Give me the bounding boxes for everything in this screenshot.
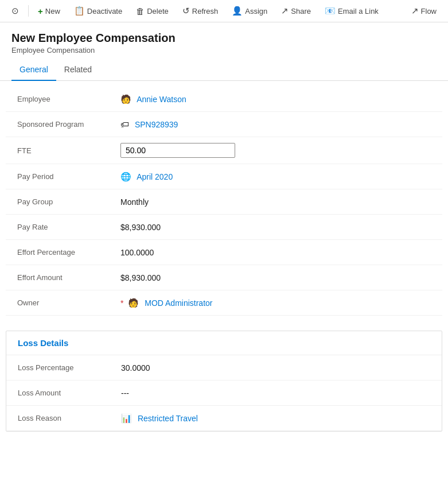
page-subtitle: Employee Compensation xyxy=(11,46,437,55)
flow-icon: ↗ xyxy=(411,6,419,16)
sponsored-program-link[interactable]: SPN928939 xyxy=(135,120,178,129)
pay-period-link[interactable]: April 2020 xyxy=(137,172,173,181)
field-row-pay-group: Pay Group Monthly xyxy=(6,189,442,215)
flow-button[interactable]: ↗ Flow xyxy=(406,3,442,18)
general-form: Employee 🧑 Annie Watson Sponsored Progra… xyxy=(6,81,442,321)
toolbar: ⊙ + New 📋 Deactivate 🗑 Delete ↺ Refresh … xyxy=(0,0,448,22)
field-row-sponsored-program: Sponsored Program 🏷 SPN928939 xyxy=(6,112,442,137)
employee-link[interactable]: Annie Watson xyxy=(137,95,186,104)
owner-person-icon: 🧑 xyxy=(128,298,139,308)
delete-label: Delete xyxy=(147,7,169,15)
loss-details-body: Loss Percentage 30.0000 Loss Amount --- … xyxy=(6,355,442,431)
sponsored-program-icon: 🏷 xyxy=(120,119,129,129)
assign-label: Assign xyxy=(245,7,267,15)
pay-period-label: Pay Period xyxy=(17,172,120,181)
owner-link[interactable]: MOD Administrator xyxy=(145,298,212,308)
field-row-effort-amount: Effort Amount $8,930.000 xyxy=(6,265,442,290)
owner-required-star: * xyxy=(120,298,123,308)
deactivate-button[interactable]: 📋 Deactivate xyxy=(68,3,128,18)
toolbar-separator-1 xyxy=(28,5,29,17)
field-row-pay-rate: Pay Rate $8,930.000 xyxy=(6,215,442,240)
page-title: New Employee Compensation xyxy=(11,32,437,45)
employee-label: Employee xyxy=(17,95,120,103)
new-button[interactable]: + New xyxy=(32,4,66,18)
sponsored-program-label: Sponsored Program xyxy=(17,120,120,129)
field-row-pay-period: Pay Period 🌐 April 2020 xyxy=(6,164,442,189)
new-label: New xyxy=(45,7,60,15)
flow-label: Flow xyxy=(421,7,437,15)
loss-details-section: Loss Details Loss Percentage 30.0000 Los… xyxy=(6,331,442,432)
loss-amount-label: Loss Amount xyxy=(18,389,121,397)
delete-icon: 🗑 xyxy=(136,6,145,16)
loss-reason-value: 📊 Restricted Travel xyxy=(121,413,430,424)
effort-percentage-label: Effort Percentage xyxy=(17,248,120,257)
loss-percentage-label: Loss Percentage xyxy=(18,363,121,372)
refresh-label: Refresh xyxy=(192,7,219,15)
effort-percentage-value: 100.0000 xyxy=(120,248,431,257)
deactivate-label: Deactivate xyxy=(87,7,122,15)
loss-details-header: Loss Details xyxy=(6,331,442,355)
email-icon: 📧 xyxy=(325,6,336,16)
loss-reason-label: Loss Reason xyxy=(18,414,121,422)
tab-general[interactable]: General xyxy=(11,59,56,81)
pay-period-value: 🌐 April 2020 xyxy=(120,172,431,182)
share-button[interactable]: ↗ Share xyxy=(275,3,317,18)
effort-amount-value: $8,930.000 xyxy=(120,273,431,282)
sponsored-program-value: 🏷 SPN928939 xyxy=(120,119,431,129)
back-button[interactable]: ⊙ xyxy=(6,3,25,18)
assign-button[interactable]: 👤 Assign xyxy=(226,3,273,18)
owner-value: * 🧑 MOD Administrator xyxy=(120,298,431,308)
tab-related[interactable]: Related xyxy=(56,59,100,81)
loss-reason-chart-icon: 📊 xyxy=(121,413,132,423)
fte-label: FTE xyxy=(17,146,120,155)
page-header: New Employee Compensation Employee Compe… xyxy=(0,22,448,59)
assign-icon: 👤 xyxy=(232,6,243,16)
field-row-employee: Employee 🧑 Annie Watson xyxy=(6,87,442,112)
field-row-loss-amount: Loss Amount --- xyxy=(6,381,442,406)
share-icon: ↗ xyxy=(281,6,289,16)
loss-reason-link[interactable]: Restricted Travel xyxy=(138,414,198,423)
field-row-fte: FTE xyxy=(6,137,442,164)
fte-input[interactable] xyxy=(120,143,235,158)
pay-group-label: Pay Group xyxy=(17,197,120,206)
tabs-container: General Related xyxy=(0,59,448,81)
loss-amount-value: --- xyxy=(121,389,430,398)
field-row-owner: Owner * 🧑 MOD Administrator xyxy=(6,290,442,316)
pay-rate-label: Pay Rate xyxy=(17,223,120,231)
back-icon: ⊙ xyxy=(11,6,19,16)
pay-rate-value: $8,930.000 xyxy=(120,223,431,232)
field-row-loss-percentage: Loss Percentage 30.0000 xyxy=(6,355,442,381)
employee-person-icon: 🧑 xyxy=(120,94,131,104)
fte-value xyxy=(120,143,431,158)
delete-button[interactable]: 🗑 Delete xyxy=(130,4,174,18)
effort-amount-label: Effort Amount xyxy=(17,273,120,282)
email-button[interactable]: 📧 Email a Link xyxy=(319,3,384,18)
pay-period-calendar-icon: 🌐 xyxy=(120,172,131,181)
refresh-button[interactable]: ↺ Refresh xyxy=(177,3,224,18)
loss-percentage-value: 30.0000 xyxy=(121,363,430,372)
field-row-effort-percentage: Effort Percentage 100.0000 xyxy=(6,240,442,265)
field-row-loss-reason: Loss Reason 📊 Restricted Travel xyxy=(6,406,442,431)
new-icon: + xyxy=(38,6,43,16)
email-label: Email a Link xyxy=(338,7,379,15)
share-label: Share xyxy=(291,7,311,15)
pay-group-value: Monthly xyxy=(120,197,431,207)
owner-label: Owner xyxy=(17,298,120,307)
refresh-icon: ↺ xyxy=(182,6,190,16)
deactivate-icon: 📋 xyxy=(74,6,85,16)
employee-value: 🧑 Annie Watson xyxy=(120,94,431,104)
